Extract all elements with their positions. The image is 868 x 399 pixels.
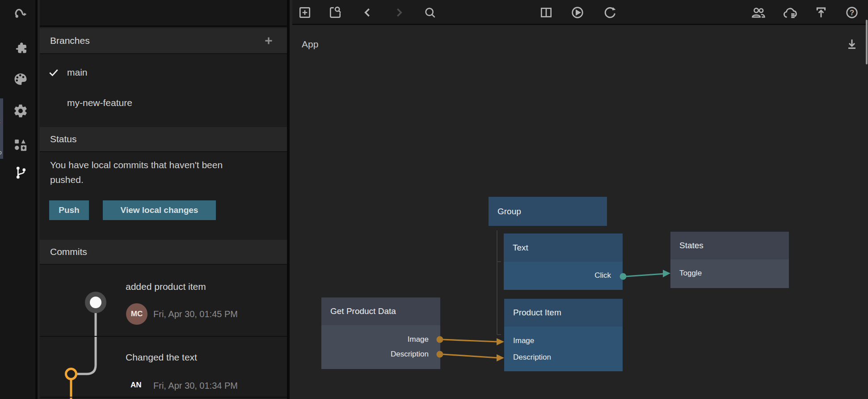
commits-section-header: Commits	[40, 240, 287, 265]
avatar: MC	[126, 303, 147, 325]
connection-image[interactable]	[437, 336, 505, 346]
version-control-panel: Branches main my-new-feature Status You …	[40, 0, 290, 399]
status-message-line: pushed.	[50, 172, 223, 187]
commit-title[interactable]: added product item	[126, 281, 206, 292]
node-text[interactable]: Text Click	[504, 233, 623, 290]
deploy-icon[interactable]	[814, 5, 828, 20]
styles-icon[interactable]	[13, 71, 29, 87]
help-icon[interactable]: ?	[845, 5, 859, 20]
version-control-icon[interactable]	[13, 165, 29, 181]
input-port-description[interactable]: Description	[513, 350, 551, 365]
svg-text:?: ?	[850, 8, 854, 17]
preview-play-icon[interactable]	[570, 5, 585, 20]
node-states[interactable]: States Toggle	[670, 232, 789, 288]
noodl-logo-icon[interactable]	[13, 5, 29, 21]
refresh-icon[interactable]	[603, 5, 617, 20]
node-group[interactable]: Group	[489, 197, 607, 226]
icon-rail	[0, 0, 38, 399]
node-title: Group	[489, 197, 607, 226]
settings-icon[interactable]	[13, 103, 29, 119]
branches-title: Branches	[50, 35, 90, 46]
node-title: Text	[504, 233, 623, 262]
commit-date: Fri, Apr 30, 01:34 PM	[153, 381, 238, 391]
push-button[interactable]: Push	[49, 200, 89, 220]
current-branch-check-icon	[48, 67, 59, 78]
canvas-scrollbar[interactable]	[866, 20, 868, 64]
commit-row-divider	[40, 397, 287, 398]
commit-title[interactable]: Changed the text	[126, 352, 197, 363]
status-title: Status	[50, 134, 77, 144]
components-icon[interactable]	[13, 137, 29, 153]
add-node-icon[interactable]	[298, 5, 312, 20]
node-title: States	[670, 232, 789, 259]
commits-title: Commits	[50, 246, 87, 257]
search-icon[interactable]	[423, 5, 437, 20]
split-view-icon[interactable]	[539, 5, 553, 20]
status-message: You have local commits that haven't been…	[50, 157, 223, 187]
branch-item-main[interactable]: main	[40, 59, 287, 86]
breadcrumb[interactable]: App	[302, 39, 318, 50]
output-port-image[interactable]: Image	[330, 332, 429, 347]
view-local-changes-button[interactable]: View local changes	[103, 200, 216, 220]
node-product-item[interactable]: Product Item Image Description	[504, 299, 623, 371]
connection-click-to-toggle[interactable]	[620, 270, 671, 280]
status-message-line: You have local commits that haven't been	[50, 157, 223, 172]
node-picker-icon[interactable]	[328, 5, 342, 20]
commit-row-divider	[40, 336, 287, 337]
node-get-product-data[interactable]: Get Product Data Image Description	[321, 297, 440, 369]
status-section-header: Status	[40, 127, 287, 152]
panel-top-spacer	[40, 0, 287, 27]
navigate-forward-icon[interactable]	[392, 5, 406, 20]
canvas-toolbar: ?	[292, 0, 868, 25]
collaborators-icon[interactable]	[751, 5, 765, 20]
avatar-initials: AN	[131, 381, 142, 390]
node-title: Product Item	[504, 299, 623, 327]
clipped-panel-fragment: t o	[0, 98, 3, 159]
input-port-image[interactable]: Image	[513, 333, 534, 348]
output-port-description[interactable]: Description	[330, 347, 429, 362]
group-children-bracket	[497, 230, 501, 335]
download-icon[interactable]	[845, 37, 859, 51]
connection-description[interactable]	[437, 351, 505, 362]
node-canvas[interactable]: ? App Group Text Click States Toggle Get…	[292, 0, 868, 399]
branch-item-my-new-feature[interactable]: my-new-feature	[40, 89, 287, 116]
commit-dot-previous[interactable]	[66, 369, 76, 379]
commit-dot-head[interactable]	[90, 297, 101, 308]
output-port-click[interactable]: Click	[522, 268, 611, 283]
node-title: Get Product Data	[321, 297, 440, 325]
add-branch-button[interactable]	[263, 35, 274, 47]
cloud-services-icon[interactable]	[782, 5, 796, 20]
branch-label: my-new-feature	[67, 98, 132, 108]
branch-label: main	[67, 67, 88, 78]
fragment-text: o	[0, 149, 2, 156]
branches-section-header: Branches	[40, 28, 287, 54]
commit-date: Fri, Apr 30, 01:45 PM	[153, 309, 238, 319]
commit-dot-ring	[85, 292, 106, 313]
plugins-icon[interactable]	[13, 40, 29, 56]
input-port-toggle[interactable]: Toggle	[679, 266, 702, 281]
navigate-back-icon[interactable]	[361, 5, 375, 20]
